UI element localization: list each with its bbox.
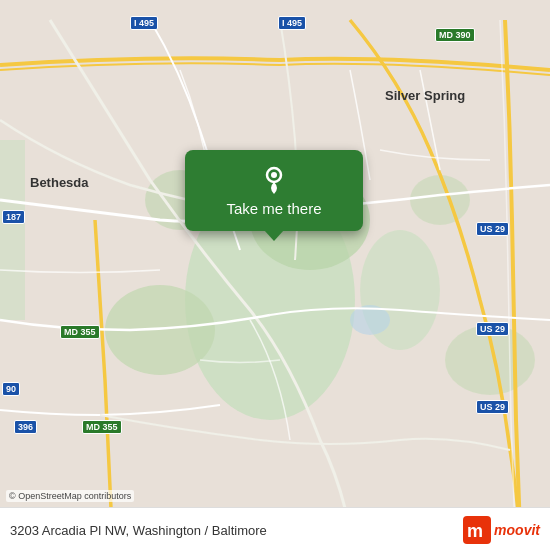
shield-187: 187 [2,210,25,224]
shield-90: 90 [2,382,20,396]
svg-text:m: m [467,521,483,541]
take-me-there-button[interactable]: Take me there [185,150,363,231]
shield-us29-lower: US 29 [476,400,509,414]
svg-point-12 [271,172,277,178]
shield-396: 396 [14,420,37,434]
map-pin-icon [258,162,290,194]
moovit-logo: m moovit [463,516,540,544]
shield-md390: MD 390 [435,28,475,42]
map-container: Bethesda Silver Spring I 495 I 495 MD 39… [0,0,550,550]
city-label-bethesda: Bethesda [30,175,89,190]
bottom-bar: 3203 Arcadia Pl NW, Washington / Baltimo… [0,507,550,550]
copyright-text: © OpenStreetMap contributors [6,490,134,502]
shield-i495-center: I 495 [278,16,306,30]
shield-md355: MD 355 [60,325,100,339]
map-svg [0,0,550,550]
address-label: 3203 Arcadia Pl NW, Washington / Baltimo… [10,523,267,538]
city-label-silver-spring: Silver Spring [385,88,465,103]
popup-label: Take me there [226,200,321,217]
shield-us29-upper: US 29 [476,222,509,236]
shield-us29-mid: US 29 [476,322,509,336]
shield-md355-lower: MD 355 [82,420,122,434]
svg-point-6 [410,175,470,225]
shield-i495-left: I 495 [130,16,158,30]
svg-rect-7 [0,140,25,320]
moovit-text: moovit [494,522,540,538]
moovit-icon: m [463,516,491,544]
